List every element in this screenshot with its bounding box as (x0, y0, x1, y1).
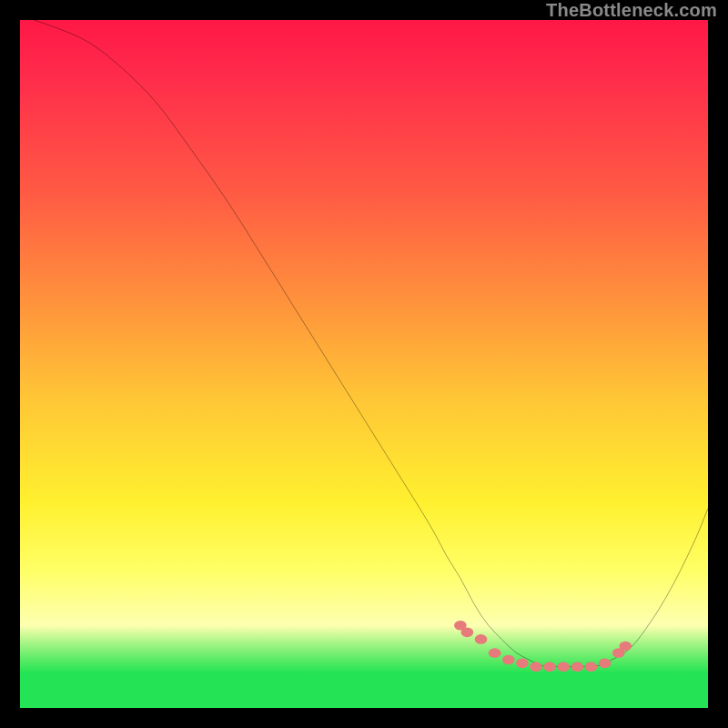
marker-dot (475, 634, 488, 644)
highlighted-range-dots (20, 20, 708, 708)
marker-dot (619, 642, 632, 652)
plot-area (20, 20, 708, 708)
marker-dot (530, 662, 542, 672)
marker-dot (543, 662, 556, 672)
marker-dot (516, 659, 529, 669)
marker-dot (489, 648, 501, 658)
marker-dot (599, 659, 612, 669)
marker-dot (585, 662, 598, 672)
marker-dot (502, 655, 515, 665)
marker-dot (461, 628, 474, 638)
attribution-text: TheBottleneck.com (546, 1, 717, 19)
marker-dot (571, 662, 584, 672)
chart-frame: TheBottleneck.com (0, 0, 728, 728)
marker-dot (557, 662, 570, 672)
